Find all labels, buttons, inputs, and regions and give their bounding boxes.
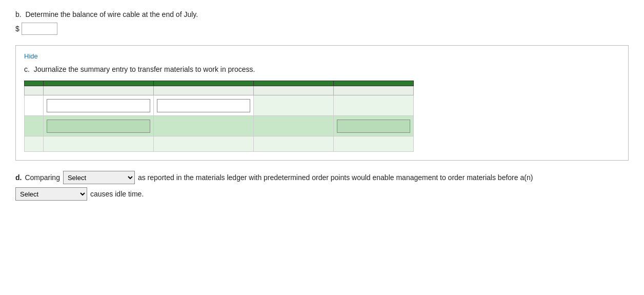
footer-description <box>44 136 154 152</box>
table-header-green <box>25 81 414 86</box>
col-credit <box>333 81 413 86</box>
table-footer-row <box>25 136 414 152</box>
sub-header-postref <box>153 86 253 95</box>
row1-check <box>25 95 44 116</box>
table-row <box>25 116 414 136</box>
sub-header-credit <box>333 86 413 95</box>
section-d-select2[interactable]: Select Option 1 Option 2 <box>15 187 87 201</box>
section-d-select1[interactable]: Select Option 1 Option 2 <box>63 171 135 184</box>
row2-postref <box>153 116 253 136</box>
footer-postref <box>153 136 253 152</box>
section-b-label: b. Determine the balance of wire cable a… <box>15 10 629 18</box>
col-check <box>25 81 44 86</box>
row1-description <box>44 95 154 116</box>
sub-header-debit <box>253 86 333 95</box>
row2-check <box>25 116 44 136</box>
row1-debit <box>253 95 333 116</box>
row2-description <box>44 116 154 136</box>
section-b-text: Determine the balance of wire cable at t… <box>25 10 198 18</box>
section-b: b. Determine the balance of wire cable a… <box>15 10 629 35</box>
section-c-letter: c. <box>24 65 30 73</box>
section-d-prefix: Comparing <box>25 173 59 182</box>
section-c-text: Journalize the summary entry to transfer… <box>34 65 255 73</box>
sub-header-description <box>44 86 154 95</box>
dollar-sign: $ <box>15 25 19 33</box>
table-row <box>25 95 414 116</box>
footer-debit <box>253 136 333 152</box>
footer-check <box>25 136 44 152</box>
row2-credit-input[interactable] <box>337 120 410 133</box>
row1-description-input[interactable] <box>47 99 150 112</box>
section-d-row1: d. Comparing Select Option 1 Option 2 as… <box>15 171 629 184</box>
section-d-suffix: causes idle time. <box>90 190 144 198</box>
row1-postref <box>153 95 253 116</box>
sub-header-check <box>25 86 44 95</box>
section-d: d. Comparing Select Option 1 Option 2 as… <box>15 171 629 201</box>
col-postref <box>153 81 253 86</box>
row2-credit <box>333 116 413 136</box>
row1-postref-input[interactable] <box>157 99 250 112</box>
section-c: c. Journalize the summary entry to trans… <box>24 65 620 152</box>
col-description <box>44 81 154 86</box>
hide-link[interactable]: Hide <box>24 52 38 60</box>
journal-table <box>24 81 414 152</box>
row2-description-input[interactable] <box>47 120 150 133</box>
section-d-middle-text: as reported in the materials ledger with… <box>138 173 533 182</box>
section-c-wrapper: Hide c. Journalize the summary entry to … <box>15 45 629 161</box>
section-d-row2: Select Option 1 Option 2 causes idle tim… <box>15 187 629 201</box>
col-debit <box>253 81 333 86</box>
balance-input[interactable] <box>22 23 57 35</box>
table-sub-header <box>25 86 414 95</box>
row2-debit <box>253 116 333 136</box>
section-b-letter: b. <box>15 10 22 18</box>
section-d-label: d. <box>15 173 22 182</box>
footer-credit <box>333 136 413 152</box>
section-c-label: c. Journalize the summary entry to trans… <box>24 65 620 73</box>
section-b-input-row: $ <box>15 23 629 35</box>
row1-credit <box>333 95 413 116</box>
